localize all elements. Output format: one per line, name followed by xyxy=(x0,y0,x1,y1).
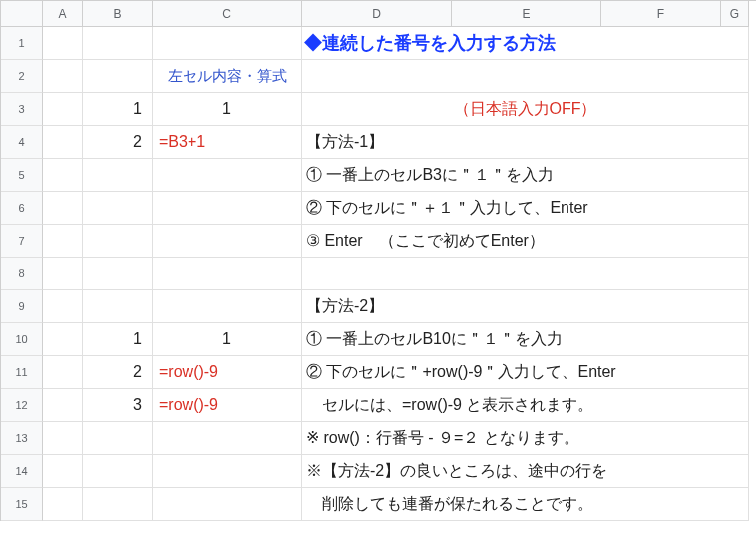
col-headers-defg[interactable]: D E F G xyxy=(302,1,749,27)
cell-d8[interactable] xyxy=(302,258,749,290)
cell-a11[interactable] xyxy=(43,356,83,389)
spreadsheet-grid[interactable]: A B C D E F G 1 ◆連続した番号を入力する方法 2 左セル内容・算… xyxy=(0,0,756,521)
cell-c12[interactable]: =row()-9 xyxy=(153,389,302,422)
cell-a13[interactable] xyxy=(43,422,83,455)
row-header-4[interactable]: 4 xyxy=(1,126,43,159)
cell-c9[interactable] xyxy=(153,290,302,323)
col-header-c[interactable]: C xyxy=(153,1,302,27)
cell-c14[interactable] xyxy=(153,455,302,488)
cell-d7[interactable]: ③ Enter （ここで初めてEnter） xyxy=(302,225,749,258)
row-header-14[interactable]: 14 xyxy=(1,455,43,488)
cell-b7[interactable] xyxy=(83,225,153,258)
cell-c11[interactable]: =row()-9 xyxy=(153,356,302,389)
cell-c6[interactable] xyxy=(153,192,302,225)
cell-d15[interactable]: 削除しても連番が保たれることです。 xyxy=(302,488,749,521)
cell-b13[interactable] xyxy=(83,422,153,455)
cell-b15[interactable] xyxy=(83,488,153,521)
row-header-9[interactable]: 9 xyxy=(1,290,43,323)
cell-b5[interactable] xyxy=(83,159,153,192)
row-header-8[interactable]: 8 xyxy=(1,258,43,290)
cell-d14[interactable]: ※【方法-2】の良いところは、途中の行を xyxy=(302,455,749,488)
cell-a4[interactable] xyxy=(43,126,83,159)
cell-d4[interactable]: 【方法-1】 xyxy=(302,126,749,159)
cell-c10[interactable]: 1 xyxy=(153,323,302,356)
select-all-corner[interactable] xyxy=(1,1,43,27)
cell-c7[interactable] xyxy=(153,225,302,258)
col-header-d[interactable]: D xyxy=(302,1,452,26)
row-header-6[interactable]: 6 xyxy=(1,192,43,225)
row-header-15[interactable]: 15 xyxy=(1,488,43,521)
cell-d5[interactable]: ① 一番上のセルB3に＂１＂を入力 xyxy=(302,159,749,192)
row-header-10[interactable]: 10 xyxy=(1,323,43,356)
cell-a8[interactable] xyxy=(43,258,83,290)
cell-c13[interactable] xyxy=(153,422,302,455)
col-header-a[interactable]: A xyxy=(43,1,83,27)
cell-b6[interactable] xyxy=(83,192,153,225)
cell-b10[interactable]: 1 xyxy=(83,323,153,356)
cell-a1[interactable] xyxy=(43,27,83,60)
cell-b14[interactable] xyxy=(83,455,153,488)
cell-a9[interactable] xyxy=(43,290,83,323)
col-header-g[interactable]: G xyxy=(721,1,748,26)
cell-d2[interactable] xyxy=(302,60,749,93)
cell-b11[interactable]: 2 xyxy=(83,356,153,389)
cell-c2[interactable]: 左セル内容・算式 xyxy=(153,60,302,93)
cell-a2[interactable] xyxy=(43,60,83,93)
cell-c4[interactable]: =B3+1 xyxy=(153,126,302,159)
row-header-5[interactable]: 5 xyxy=(1,159,43,192)
col-header-b[interactable]: B xyxy=(83,1,153,27)
row-header-3[interactable]: 3 xyxy=(1,93,43,126)
cell-c15[interactable] xyxy=(153,488,302,521)
cell-a6[interactable] xyxy=(43,192,83,225)
cell-a3[interactable] xyxy=(43,93,83,126)
cell-b8[interactable] xyxy=(83,258,153,290)
col-header-f[interactable]: F xyxy=(601,1,721,26)
cell-a15[interactable] xyxy=(43,488,83,521)
cell-d1-title[interactable]: ◆連続した番号を入力する方法 xyxy=(302,27,749,60)
row-header-11[interactable]: 11 xyxy=(1,356,43,389)
cell-c3[interactable]: 1 xyxy=(153,93,302,126)
cell-d6[interactable]: ② 下のセルに＂＋１＂入力して、Enter xyxy=(302,192,749,225)
cell-b1[interactable] xyxy=(83,27,153,60)
cell-d3[interactable]: （日本語入力OFF） xyxy=(302,93,749,126)
row-header-2[interactable]: 2 xyxy=(1,60,43,93)
cell-b3[interactable]: 1 xyxy=(83,93,153,126)
cell-b4[interactable]: 2 xyxy=(83,126,153,159)
cell-a5[interactable] xyxy=(43,159,83,192)
cell-d9[interactable]: 【方法-2】 xyxy=(302,290,749,323)
cell-b12[interactable]: 3 xyxy=(83,389,153,422)
row-header-12[interactable]: 12 xyxy=(1,389,43,422)
row-header-1[interactable]: 1 xyxy=(1,27,43,60)
cell-a10[interactable] xyxy=(43,323,83,356)
cell-a12[interactable] xyxy=(43,389,83,422)
cell-b2[interactable] xyxy=(83,60,153,93)
cell-c1[interactable] xyxy=(153,27,302,60)
cell-c5[interactable] xyxy=(153,159,302,192)
cell-c8[interactable] xyxy=(153,258,302,290)
row-header-13[interactable]: 13 xyxy=(1,422,43,455)
cell-d12[interactable]: セルには、=row()-9 と表示されます。 xyxy=(302,389,749,422)
cell-d10[interactable]: ① 一番上のセルB10に＂１＂を入力 xyxy=(302,323,749,356)
col-header-e[interactable]: E xyxy=(452,1,601,26)
row-header-7[interactable]: 7 xyxy=(1,225,43,258)
cell-a14[interactable] xyxy=(43,455,83,488)
cell-d11[interactable]: ② 下のセルに＂+row()-9＂入力して、Enter xyxy=(302,356,749,389)
cell-d13[interactable]: ※ row()：行番号 - ９=２ となります。 xyxy=(302,422,749,455)
cell-a7[interactable] xyxy=(43,225,83,258)
cell-b9[interactable] xyxy=(83,290,153,323)
